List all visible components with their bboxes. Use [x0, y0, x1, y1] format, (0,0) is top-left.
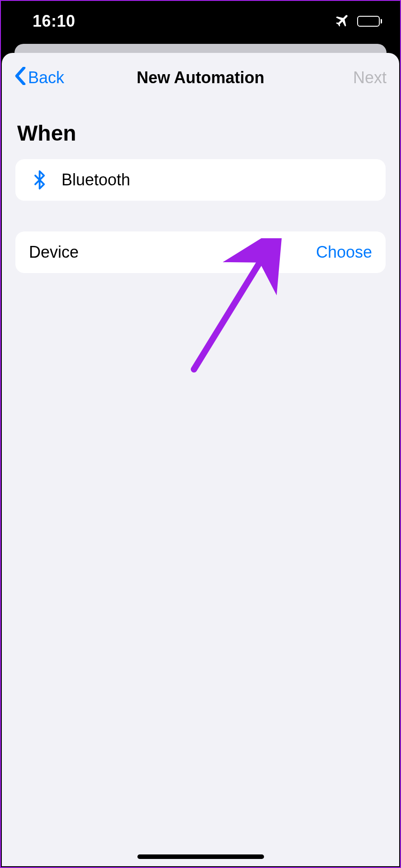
nav-bar: Back New Automation Next — [2, 53, 399, 103]
back-label: Back — [28, 68, 64, 87]
next-button[interactable]: Next — [353, 68, 387, 87]
choose-button[interactable]: Choose — [316, 243, 372, 262]
bluetooth-icon — [29, 170, 52, 190]
trigger-cell[interactable]: Bluetooth — [15, 159, 386, 201]
device-cell[interactable]: Device Choose — [15, 231, 386, 273]
battery-icon — [357, 16, 382, 27]
status-time: 16:10 — [33, 12, 75, 31]
chevron-left-icon — [14, 67, 26, 89]
app-frame: 16:10 Back New Automation Next — [0, 0, 401, 868]
device-group: Device Choose — [15, 231, 386, 273]
trigger-group: Bluetooth — [15, 159, 386, 201]
status-bar: 16:10 — [1, 1, 400, 42]
modal-sheet: Back New Automation Next When Bluetooth … — [2, 53, 399, 866]
home-indicator[interactable] — [137, 854, 264, 859]
device-label: Device — [29, 243, 316, 262]
airplane-icon — [335, 12, 351, 30]
section-header: When — [2, 103, 399, 155]
status-icons — [335, 12, 382, 30]
trigger-label: Bluetooth — [61, 170, 372, 189]
back-button[interactable]: Back — [14, 67, 64, 89]
